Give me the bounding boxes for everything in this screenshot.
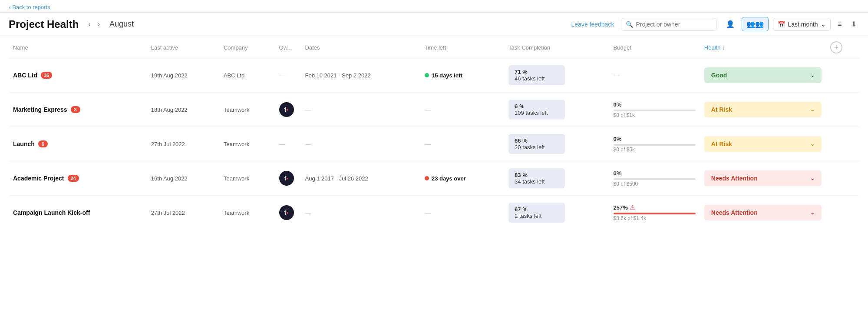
- owner-dash: —: [279, 140, 285, 147]
- project-name-text: Academic Project: [13, 175, 64, 182]
- download-icon-button[interactable]: ⇓: [848, 17, 859, 31]
- add-column-button[interactable]: +: [830, 41, 842, 53]
- budget-cell: 0% $0 of $500: [614, 170, 696, 187]
- project-name-cell: ABC Ltd 35: [13, 72, 142, 79]
- budget-amount-text: $0 of $500: [614, 181, 696, 187]
- time-dash: —: [425, 106, 431, 113]
- empty-col: [826, 58, 859, 93]
- dates-col: Feb 10 2021 - Sep 2 2022: [301, 58, 420, 93]
- col-name: Name: [9, 36, 147, 58]
- col-budget: Budget: [609, 36, 700, 58]
- time-left-cell: 23 days over: [425, 175, 500, 182]
- project-badge: 35: [41, 72, 52, 79]
- task-pct-text: 71 %: [515, 69, 528, 75]
- calendar-icon: 📅: [778, 21, 785, 28]
- budget-cell: 0% $0 of $1k: [614, 101, 696, 118]
- company-col: ABC Ltd: [219, 58, 275, 93]
- budget-pct-row: 257% ⚠: [614, 204, 635, 211]
- dates-dash: —: [305, 209, 311, 216]
- task-col: 83 % 34 tasks left: [504, 161, 609, 196]
- last-active-text: 27th Jul 2022: [151, 141, 185, 147]
- page-header: Project Health ‹ › August Leave feedback…: [0, 13, 868, 36]
- project-name-text: ABC Ltd: [13, 72, 37, 79]
- prev-month-button[interactable]: ‹: [86, 20, 93, 29]
- budget-bar: [614, 213, 696, 214]
- next-month-button[interactable]: ›: [95, 20, 102, 29]
- col-dates: Dates: [301, 36, 420, 58]
- project-name-cell: Marketing Express 3: [13, 106, 142, 113]
- project-name-cell: Academic Project 24: [13, 175, 142, 182]
- dates-dash: —: [305, 140, 311, 147]
- last-active-col: 19th Aug 2022: [147, 58, 219, 93]
- health-col: Needs Attention ⌄: [700, 161, 826, 196]
- search-box[interactable]: 🔍: [621, 18, 716, 31]
- date-filter-label: Last month: [788, 21, 818, 28]
- budget-col: 257% ⚠ $3.6k of $1.4k: [609, 196, 700, 230]
- dates-col: —: [301, 127, 420, 161]
- page-title: Project Health: [9, 18, 79, 30]
- dates-col: Aug 1 2017 - Jul 26 2022: [301, 161, 420, 196]
- owner-col: t●: [275, 161, 301, 196]
- time-left-col: —: [420, 127, 504, 161]
- group-view-button[interactable]: 👥👥: [742, 17, 769, 31]
- date-filter-dropdown[interactable]: 📅 Last month ⌄: [773, 18, 830, 31]
- name-col: Marketing Express 3: [9, 93, 147, 127]
- back-to-reports-link[interactable]: ‹ Back to reports: [9, 4, 50, 10]
- budget-col: 0% $0 of $1k: [609, 93, 700, 127]
- filter-icon-button[interactable]: ≡: [835, 18, 844, 31]
- task-col: 67 % 2 tasks left: [504, 196, 609, 230]
- health-badge[interactable]: Good ⌄: [704, 67, 822, 83]
- budget-cell: 0% $0 of $5k: [614, 136, 696, 153]
- time-left-col: —: [420, 196, 504, 230]
- leave-feedback-link[interactable]: Leave feedback: [571, 21, 614, 28]
- last-active-col: 18th Aug 2022: [147, 93, 219, 127]
- last-active-col: 16th Aug 2022: [147, 161, 219, 196]
- budget-pct-row: 0%: [614, 101, 622, 108]
- budget-col: 0% $0 of $5k: [609, 127, 700, 161]
- task-pct-text: 67 %: [515, 206, 528, 213]
- health-badge[interactable]: Needs Attention ⌄: [704, 170, 822, 186]
- project-health-table: Name Last active Company Ow... Dates Tim…: [9, 36, 859, 230]
- col-health[interactable]: Health ↓: [700, 36, 826, 58]
- health-col: Good ⌄: [700, 58, 826, 93]
- health-badge[interactable]: Needs Attention ⌄: [704, 205, 822, 220]
- project-name-text: Marketing Express: [13, 106, 67, 113]
- project-name-text: Launch: [13, 140, 35, 147]
- table-row: Marketing Express 3 18th Aug 2022 Teamwo…: [9, 93, 859, 127]
- time-left-text: 15 days left: [432, 72, 462, 79]
- date-filter-chevron-icon: ⌄: [821, 21, 826, 28]
- table-header-row: Name Last active Company Ow... Dates Tim…: [9, 36, 859, 58]
- health-chevron-icon: ⌄: [810, 175, 815, 181]
- health-badge[interactable]: At Risk ⌄: [704, 102, 822, 117]
- owner-avatar: t●: [279, 171, 294, 186]
- last-active-text: 27th Jul 2022: [151, 210, 185, 216]
- tasks-left-text: 2 tasks left: [515, 213, 541, 219]
- col-company: Company: [219, 36, 275, 58]
- company-text: Teamwork: [224, 141, 249, 147]
- col-time-left: Time left: [420, 36, 504, 58]
- health-chevron-icon: ⌄: [810, 210, 815, 216]
- owner-dash: —: [279, 72, 285, 79]
- budget-amount-text: $0 of $1k: [614, 112, 696, 118]
- search-icon: 🔍: [626, 21, 633, 28]
- company-col: Teamwork: [219, 93, 275, 127]
- last-active-text: 16th Aug 2022: [151, 175, 188, 182]
- company-text: Teamwork: [224, 175, 249, 182]
- time-dot-icon: [425, 176, 429, 180]
- project-badge: 24: [68, 175, 79, 182]
- current-month-label: August: [109, 20, 134, 29]
- last-active-text: 19th Aug 2022: [151, 72, 188, 79]
- search-input[interactable]: [636, 21, 712, 28]
- user-icon-button[interactable]: 👤: [723, 17, 737, 31]
- dates-text: Aug 1 2017 - Jul 26 2022: [305, 175, 368, 182]
- task-pct-text: 6 %: [515, 103, 524, 110]
- empty-col: [826, 161, 859, 196]
- month-nav: ‹ ›: [86, 20, 102, 29]
- health-badge[interactable]: At Risk ⌄: [704, 136, 822, 152]
- task-completion-cell: 71 % 46 tasks left: [508, 65, 565, 85]
- task-completion-cell: 6 % 109 tasks left: [508, 100, 565, 120]
- tasks-left-text: 46 tasks left: [515, 75, 545, 82]
- company-text: Teamwork: [224, 107, 249, 113]
- task-col: 66 % 20 tasks left: [504, 127, 609, 161]
- empty-col: [826, 127, 859, 161]
